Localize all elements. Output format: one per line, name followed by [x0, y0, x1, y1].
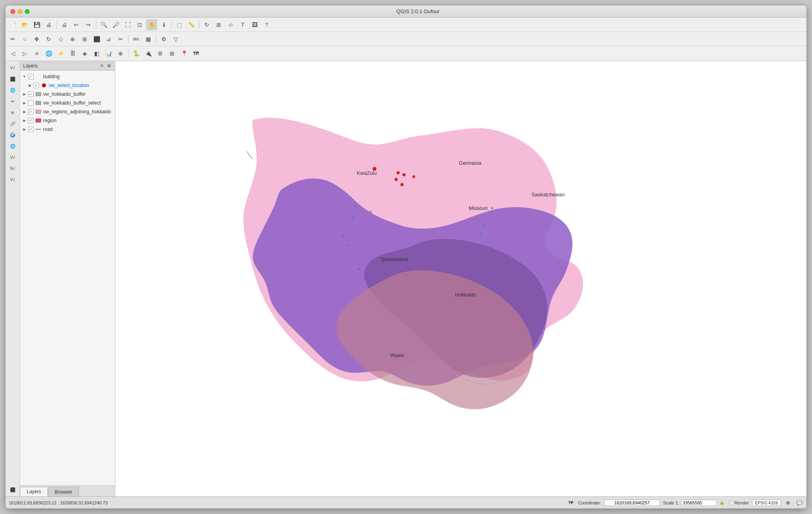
status-icon-1[interactable]: 🗺	[567, 499, 575, 507]
forward-button[interactable]: ▷	[19, 48, 30, 59]
zoom-selection-button[interactable]: ⊡	[134, 19, 145, 30]
redo-button[interactable]: ↪	[83, 19, 94, 30]
split-button[interactable]: ✂	[115, 34, 126, 45]
expand-vw-regions-adjoining[interactable]: ▶	[22, 109, 27, 115]
grid-button[interactable]: ⊞	[166, 48, 178, 59]
layer-item-vw-hokkaido-buffer-select[interactable]: ▶ vw_hokkaido_buffer_select	[20, 99, 115, 107]
wfs-button[interactable]: ⚡	[55, 48, 66, 59]
expand-road[interactable]: ▶	[22, 127, 27, 132]
messages-button[interactable]: 💬	[795, 499, 803, 507]
coordinate-input[interactable]	[604, 500, 660, 506]
reshape-button[interactable]: ⊿	[103, 34, 114, 45]
zoom-full-button[interactable]: ⛶	[122, 19, 133, 30]
tab-layers[interactable]: Layers	[20, 487, 48, 496]
scale-input[interactable]	[681, 500, 717, 506]
select-button[interactable]: ⬚	[174, 19, 185, 30]
add-ring-button[interactable]: ⊕	[67, 34, 78, 45]
epsg-badge[interactable]: EPSG:4326	[752, 500, 781, 506]
coords-button[interactable]: 📍	[178, 48, 190, 59]
help-button[interactable]: ?	[261, 19, 272, 30]
refresh-button[interactable]: ↻	[201, 19, 212, 30]
expand-vw-select-location[interactable]: ▶	[27, 83, 33, 88]
simplify-button[interactable]: ◇	[55, 34, 66, 45]
checkbox-vw-hokkaido-buffer-select[interactable]	[28, 100, 34, 106]
overview-button[interactable]: 🗺	[190, 48, 202, 59]
scale-lock-button[interactable]: 🔒	[718, 499, 725, 506]
left-tool-1[interactable]: V√	[8, 63, 18, 73]
plugin-button[interactable]: 🔌	[143, 48, 154, 59]
save-as-button[interactable]: 🖨	[43, 19, 54, 30]
left-tool-2[interactable]: ⬛	[8, 74, 18, 84]
open-project-button[interactable]: 📂	[19, 19, 30, 30]
back-button[interactable]: ◁	[7, 48, 18, 59]
render-checkbox[interactable]: ✓	[729, 500, 733, 505]
vector-button[interactable]: ◈	[79, 48, 90, 59]
tile-button[interactable]: ⊞	[213, 19, 224, 30]
edit-select-button[interactable]: ⊹	[225, 19, 236, 30]
expand-vw-hokkaido-buffer[interactable]: ▶	[22, 91, 27, 97]
layer-menu-button[interactable]: ≡	[31, 48, 42, 59]
left-tool-10[interactable]: 9√	[8, 163, 18, 174]
checkbox-vw-hokkaido-buffer[interactable]	[28, 91, 34, 97]
checkbox-region[interactable]	[28, 118, 34, 123]
identify-button[interactable]: ℹ	[158, 19, 169, 30]
measure-button[interactable]: 📏	[186, 19, 197, 30]
layer-item-vw-hokkaido-buffer[interactable]: ▶ vw_hokkaido_buffer	[20, 90, 115, 99]
tab-browser[interactable]: Browser	[48, 487, 79, 496]
left-tool-11[interactable]: V√	[8, 174, 18, 185]
abc-button[interactable]: abc	[131, 34, 142, 45]
checkbox-road[interactable]	[28, 127, 34, 132]
maximize-button[interactable]	[25, 9, 30, 14]
checkbox-building[interactable]	[28, 74, 34, 79]
left-tool-6[interactable]: 🔗	[8, 119, 18, 129]
left-tool-7[interactable]: 🌍	[8, 130, 18, 140]
close-button[interactable]	[10, 9, 15, 14]
layer-item-vw-select-location[interactable]: ▶ vw_select_location	[20, 81, 115, 90]
attribute-table-button[interactable]: ▦	[143, 34, 154, 45]
layer-item-building[interactable]: ▼ building	[20, 72, 115, 81]
new-project-button[interactable]: 📄	[7, 19, 18, 30]
label-button[interactable]: T	[237, 19, 248, 30]
left-tool-3[interactable]: 🌐	[8, 85, 18, 95]
map-area[interactable]: KwaZulu Germania Saskatchewan Missouri Q…	[115, 61, 806, 496]
rotate-button[interactable]: ↻	[43, 34, 54, 45]
move-feature-button[interactable]: ✥	[31, 34, 42, 45]
node-button[interactable]: ○	[19, 34, 30, 45]
layer-item-vw-regions-adjoining[interactable]: ▶ vw_regions_adjoining_hokkaido	[20, 107, 115, 116]
left-tool-9[interactable]: V√	[8, 152, 18, 162]
layers-options-icon[interactable]: ⊞	[106, 63, 112, 69]
layer-item-region[interactable]: ▶ region	[20, 116, 115, 125]
csv-button[interactable]: 📊	[103, 48, 114, 59]
wms-button[interactable]: 🌐	[43, 48, 54, 59]
zoom-in-button[interactable]: 🔍	[98, 19, 109, 30]
print2-button[interactable]: 🖼	[249, 19, 260, 30]
digitize-button[interactable]: ✏	[7, 34, 18, 45]
expand-vw-hokkaido-buffer-select[interactable]: ▶	[22, 100, 27, 106]
add-part-button[interactable]: ⊞	[79, 34, 90, 45]
crs-button[interactable]: ⊕	[784, 499, 792, 507]
fill-button[interactable]: ⬛	[91, 34, 102, 45]
print-button[interactable]: 🖨	[59, 19, 70, 30]
expand-region[interactable]: ▶	[22, 118, 27, 123]
checkbox-vw-select-location[interactable]	[34, 83, 39, 88]
zoom-out-button[interactable]: 🔎	[110, 19, 121, 30]
python-button[interactable]: 🐍	[131, 48, 142, 59]
undo-button[interactable]: ↩	[71, 19, 82, 30]
raster-button[interactable]: ◧	[91, 48, 102, 59]
save-project-button[interactable]: 💾	[31, 19, 42, 30]
filter-button[interactable]: ▽	[170, 34, 181, 45]
minimize-button[interactable]	[18, 9, 22, 14]
left-tool-4[interactable]: ✏	[8, 96, 18, 107]
pan-button[interactable]: ✋	[146, 19, 157, 30]
plugin2-button[interactable]: ⚙	[154, 48, 166, 59]
db-button[interactable]: 🗄	[67, 48, 78, 59]
left-tool-bottom[interactable]: ⬛	[8, 484, 18, 495]
layers-close-icon[interactable]: ✕	[99, 63, 105, 69]
expand-building[interactable]: ▼	[22, 74, 27, 79]
checkbox-vw-regions-adjoining[interactable]	[28, 109, 34, 115]
layer-props-button[interactable]: ⚙	[158, 34, 169, 45]
left-tool-5[interactable]: ≋	[8, 107, 18, 118]
layer-item-road[interactable]: ▶ road	[20, 125, 115, 134]
compose-button[interactable]: ⊕	[115, 48, 126, 59]
left-tool-8[interactable]: 🌐	[8, 141, 18, 151]
